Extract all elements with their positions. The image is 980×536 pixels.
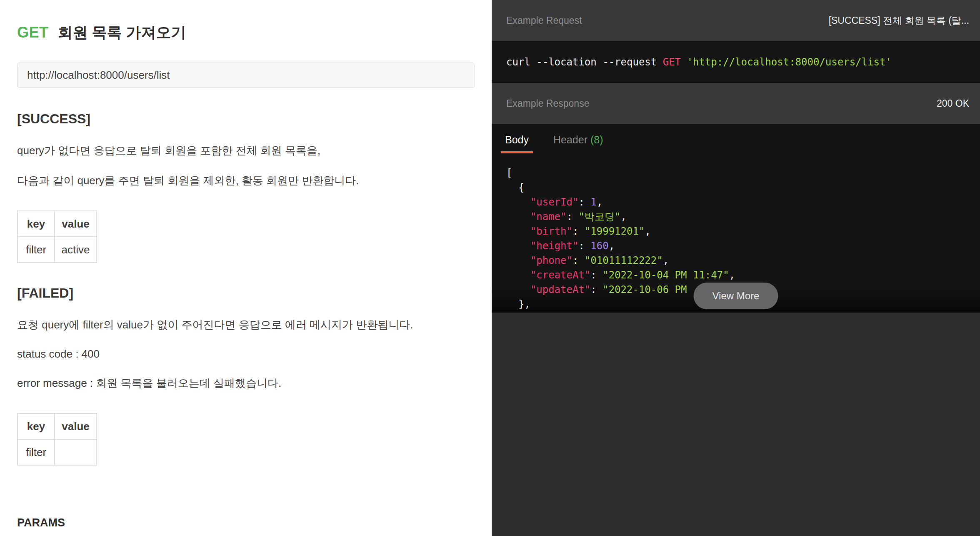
example-request-label: Example Request [506, 15, 582, 26]
view-more-button[interactable]: View More [694, 283, 778, 309]
table-cell-key: filter [18, 439, 55, 465]
table-header-key: key [18, 211, 55, 237]
page-title: 회원 목록 가져오기 [58, 23, 186, 43]
endpoint-header: GET 회원 목록 가져오기 [17, 23, 475, 43]
failed-heading: [FAILED] [17, 286, 475, 301]
failed-description: 요청 query에 filter의 value가 없이 주어진다면 응답으로 에… [17, 318, 475, 332]
status-code-text: status code : 400 [17, 348, 475, 361]
success-description-1: query가 없다면 응답으로 탈퇴 회원을 포함한 전체 회원 목록을, [17, 143, 475, 158]
example-panel: Example Request [SUCCESS] 전체 회원 목록 (탈...… [492, 0, 980, 536]
tab-header-label: Header [553, 134, 588, 145]
url-field[interactable]: http://localhost:8000/users/list [17, 63, 475, 88]
table-cell-value [55, 439, 97, 465]
curl-command: curl --location --request GET 'http://lo… [492, 41, 980, 83]
success-query-table: key value filter active [17, 210, 97, 263]
response-status: 200 OK [937, 98, 969, 109]
table-cell-value: active [55, 237, 97, 263]
params-heading: PARAMS [17, 516, 475, 536]
example-response-label: Example Response [506, 98, 589, 109]
response-footer-area [492, 313, 980, 536]
header-count-badge: (8) [590, 134, 603, 145]
example-request-bar: Example Request [SUCCESS] 전체 회원 목록 (탈... [492, 0, 980, 41]
tab-header[interactable]: Header (8) [549, 134, 608, 153]
table-header-key: key [18, 413, 55, 439]
response-body-zone: Body Header (8) [ { "userId": 1, "name":… [492, 124, 980, 313]
example-response-bar: Example Response 200 OK [492, 83, 980, 124]
table-header-value: value [55, 413, 97, 439]
error-message-text: error message : 회원 목록을 불러오는데 실패했습니다. [17, 376, 475, 391]
example-request-title: [SUCCESS] 전체 회원 목록 (탈... [829, 14, 969, 27]
doc-panel: GET 회원 목록 가져오기 http://localhost:8000/use… [0, 0, 492, 536]
response-tabs: Body Header (8) [492, 124, 980, 153]
table-row: filter active [18, 237, 97, 263]
success-description-2: 다음과 같이 query를 주면 탈퇴 회원을 제외한, 활동 회원만 반환합니… [17, 173, 475, 188]
table-cell-key: filter [18, 237, 55, 263]
url-text: http://localhost:8000/users/list [27, 69, 170, 82]
success-heading: [SUCCESS] [17, 111, 475, 127]
table-header-value: value [55, 211, 97, 237]
tab-body[interactable]: Body [501, 134, 533, 153]
table-row: filter [18, 439, 97, 465]
method-badge: GET [17, 24, 49, 41]
failed-query-table: key value filter [17, 413, 97, 466]
